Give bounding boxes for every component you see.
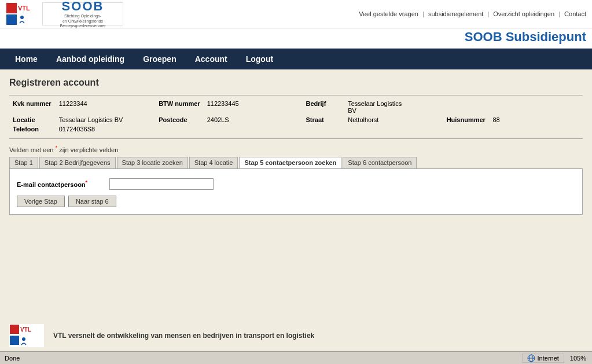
- tab-stap3[interactable]: Stap 3 locatie zoeken: [117, 157, 188, 168]
- tab-stap6[interactable]: Stap 6 contactpersoon: [343, 157, 417, 168]
- postcode-label: Postcode: [155, 115, 204, 124]
- huisnummer-value: 88: [489, 115, 583, 124]
- tab-stap4[interactable]: Stap 4 locatie: [189, 157, 238, 168]
- nav-groepen[interactable]: Groepen: [134, 49, 186, 69]
- info-table: Kvk nummer 11223344 BTW nummer 112233445…: [9, 99, 583, 134]
- svg-point-9: [22, 337, 25, 341]
- svg-rect-7: [10, 336, 19, 345]
- bedrijf-value: Tesselaar Logistics BV: [344, 99, 443, 115]
- top-links: Veel gestelde vragen | subsidieregelemen…: [359, 10, 586, 17]
- main-content: Registreren account Kvk nummer 11223344 …: [0, 69, 592, 312]
- email-input[interactable]: [109, 178, 214, 190]
- tab-stap1[interactable]: Stap 1: [9, 157, 38, 168]
- footer-brand-area: VTL VTL versnelt de ontwikkeling van men…: [0, 312, 592, 353]
- telefoon-label: Telefoon: [9, 124, 56, 134]
- nav-aanbod[interactable]: Aanbod opleiding: [47, 49, 134, 69]
- btw-label: BTW nummer: [155, 99, 204, 115]
- button-row: Vorige Stap Naar stap 6: [17, 196, 575, 207]
- link-opleidingen[interactable]: Overzicht opleidingen: [493, 10, 554, 17]
- email-row: E-mail contactpersoon*: [17, 178, 575, 190]
- logo-area: VTL SOOB Stichting Opleidings-en Ontwikk…: [6, 2, 123, 25]
- locatie-value: Tesselaar Logistics BV: [56, 115, 155, 124]
- link-subsidie[interactable]: subsidieregelement: [428, 10, 483, 17]
- telefoon-value: 01724036S8: [56, 124, 155, 134]
- status-done-text: Done: [2, 355, 37, 362]
- globe-icon: [527, 354, 535, 362]
- svg-text:VTL: VTL: [20, 326, 31, 333]
- page-title: Registreren account: [9, 78, 583, 88]
- link-faq[interactable]: Veel gestelde vragen: [359, 10, 418, 17]
- straat-value: Nettolhorst: [344, 115, 443, 124]
- top-bar: VTL SOOB Stichting Opleidings-en Ontwikk…: [0, 0, 592, 28]
- steps-section: Velden met een * zijn verplichte velden …: [9, 145, 583, 215]
- kvk-label: Kvk nummer: [9, 99, 56, 115]
- next-step-button[interactable]: Naar stap 6: [68, 196, 116, 207]
- brand-title: SOOB Subsidiepunt: [0, 28, 592, 49]
- tab-stap5[interactable]: Stap 5 contactpersoon zoeken: [239, 157, 341, 168]
- footer-brand-text: VTL versnelt de ontwikkeling van mensen …: [53, 332, 314, 340]
- step-content: E-mail contactpersoon* Vorige Stap Naar …: [9, 168, 583, 215]
- nav-logout[interactable]: Logout: [237, 49, 282, 69]
- vtl-footer-logo: VTL: [9, 324, 44, 347]
- nav-home[interactable]: Home: [6, 49, 47, 69]
- postcode-value: 2402LS: [204, 115, 303, 124]
- email-label: E-mail contactpersoon*: [17, 179, 109, 188]
- svg-text:VTL: VTL: [18, 5, 30, 12]
- bedrijf-label: Bedrijf: [302, 99, 344, 115]
- vtl-logo: VTL: [6, 2, 38, 25]
- status-right: Internet 105%: [522, 354, 590, 363]
- status-bar: Done Internet 105%: [0, 351, 592, 364]
- step-tabs: Stap 1 Stap 2 Bedrijfgegevens Stap 3 loc…: [9, 157, 583, 168]
- svg-rect-2: [6, 14, 17, 25]
- straat-label: Straat: [302, 115, 344, 124]
- internet-label: Internet: [538, 355, 559, 362]
- svg-rect-6: [10, 325, 19, 334]
- btw-value: 112233445: [204, 99, 303, 115]
- link-contact[interactable]: Contact: [564, 10, 586, 17]
- prev-step-button[interactable]: Vorige Stap: [17, 196, 65, 207]
- soob-logo: SOOB Stichting Opleidings-en Ontwikkelin…: [42, 2, 123, 25]
- huisnummer-label: Huisnummer: [443, 115, 490, 124]
- nav-bar: Home Aanbod opleiding Groepen Account Lo…: [0, 49, 592, 69]
- svg-point-4: [20, 16, 24, 19]
- required-note: Velden met een * zijn verplichte velden: [9, 145, 583, 153]
- status-internet: Internet: [522, 354, 564, 363]
- nav-account[interactable]: Account: [186, 49, 237, 69]
- tab-stap2[interactable]: Stap 2 Bedrijfgegevens: [39, 157, 116, 168]
- kvk-value: 11223344: [56, 99, 155, 115]
- locatie-label: Locatie: [9, 115, 56, 124]
- svg-rect-1: [6, 3, 17, 13]
- zoom-level: 105%: [567, 355, 590, 362]
